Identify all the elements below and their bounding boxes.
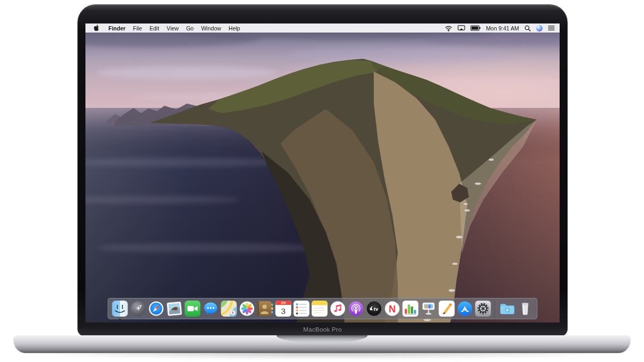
dock-icon-tv[interactable]: tv (366, 301, 382, 317)
dock-icon-keynote[interactable] (421, 301, 437, 317)
apple-logo-icon (93, 25, 99, 32)
wallpaper-catalina-island[interactable] (85, 23, 560, 322)
dock: JUN 3 (108, 298, 538, 319)
battery-icon[interactable] (470, 25, 481, 31)
dock-icon-podcasts[interactable] (348, 301, 364, 317)
menu-item-window[interactable]: Window (198, 25, 225, 32)
screen: Finder File Edit View Go Window Help (85, 23, 560, 322)
macbook-pro-label: MacBook Pro (85, 326, 560, 333)
dock-icon-pages[interactable] (439, 301, 455, 317)
menu-item-help[interactable]: Help (225, 25, 244, 32)
dock-icon-launchpad[interactable] (130, 301, 146, 317)
dock-icon-notes[interactable] (312, 301, 328, 317)
menu-bar: Finder File Edit View Go Window Help (85, 23, 560, 33)
dock-icon-trash[interactable] (517, 301, 533, 317)
menu-bar-clock[interactable]: Mon 9:41 AM (486, 25, 519, 32)
apple-menu[interactable] (91, 25, 101, 32)
dock-icon-downloads-folder[interactable] (499, 301, 515, 317)
display-mirroring-icon[interactable] (458, 25, 465, 31)
macbook-pro-product-shot: Finder File Edit View Go Window Help (0, 0, 644, 362)
dock-icon-music[interactable] (330, 301, 346, 317)
menu-item-file[interactable]: File (129, 25, 146, 32)
wifi-icon[interactable] (445, 25, 452, 32)
dock-icon-calendar[interactable]: JUN 3 (276, 301, 292, 317)
dock-icon-contacts[interactable] (257, 301, 273, 317)
menu-item-finder[interactable]: Finder (105, 25, 129, 32)
menu-item-view[interactable]: View (163, 25, 183, 32)
dock-icon-mail[interactable] (167, 301, 183, 317)
menu-item-go[interactable]: Go (183, 25, 198, 32)
dock-icon-maps[interactable] (221, 301, 237, 317)
dock-icon-system-preferences[interactable] (475, 301, 491, 317)
lid-opening-notch (277, 335, 367, 343)
news-label: N (389, 304, 396, 314)
menu-item-edit[interactable]: Edit (146, 25, 163, 32)
calendar-day-label: 3 (281, 306, 286, 316)
dock-icon-messages[interactable] (203, 301, 219, 317)
dock-icon-news[interactable]: N (384, 301, 400, 317)
dock-icon-app-store[interactable] (457, 301, 473, 317)
dock-divider (495, 300, 496, 317)
calendar-month-label: JUN (281, 302, 286, 304)
spotlight-search-icon[interactable] (524, 25, 531, 32)
dock-icon-facetime[interactable] (185, 301, 201, 317)
dock-icon-numbers[interactable] (403, 301, 419, 317)
dock-icon-reminders[interactable] (294, 301, 310, 317)
tv-label: tv (374, 306, 379, 312)
laptop-base (13, 335, 631, 353)
notification-center-icon[interactable] (548, 25, 555, 31)
dock-icon-photos[interactable] (239, 301, 255, 317)
dock-icon-safari[interactable] (148, 301, 164, 317)
siri-icon[interactable] (536, 25, 543, 32)
running-indicator (119, 319, 121, 320)
dock-icon-finder[interactable] (112, 301, 128, 317)
